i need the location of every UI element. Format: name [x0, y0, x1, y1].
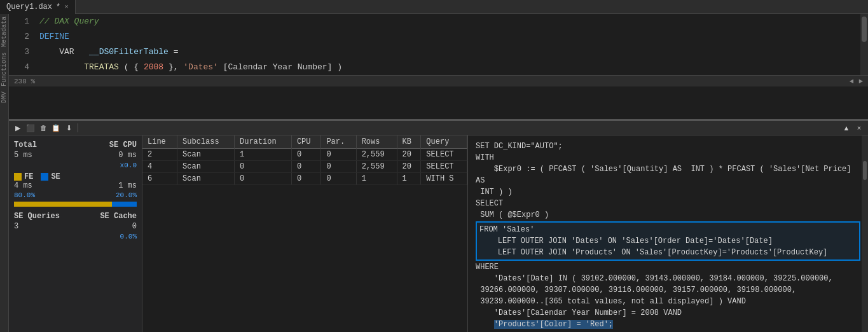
- query-part2: WHERE 'Dates'[Date] IN ( 39102.000000, 3…: [476, 263, 833, 329]
- query-last-selected: 'Products'[Color] = 'Red';: [494, 320, 613, 329]
- cell-rows: 2,559: [356, 161, 397, 173]
- token-plain-3a: VAR: [39, 47, 84, 57]
- tab-query1[interactable]: Query1.dax * ×: [0, 0, 76, 14]
- panel-content: Total SE CPU 5 ms 0 ms x0.0 FE: [9, 135, 868, 332]
- cell-kb: 20: [397, 149, 421, 161]
- stats-header-row: Total SE CPU: [14, 141, 137, 149]
- code-editor[interactable]: 1 // DAX Query 2 DEFINE 3: [9, 14, 868, 75]
- sidebar-item-functions[interactable]: Functions: [0, 50, 8, 89]
- col-header-kb[interactable]: KB: [397, 135, 421, 149]
- tab-bar: Query1.dax * ×: [0, 0, 868, 14]
- code-content-4: TREATAS ( { 2008 }, 'Dates' [Calendar Ye…: [39, 60, 855, 75]
- cell-kb: 20: [397, 161, 421, 173]
- scroll-left-arrow[interactable]: ◄: [850, 78, 854, 85]
- se-cpu-label: SE CPU: [109, 141, 137, 149]
- token-function-4: TREATAS: [84, 62, 119, 72]
- cell-par: 0: [321, 149, 356, 161]
- fe-pct: 80.0%: [14, 191, 35, 199]
- se-value: 1 ms: [118, 181, 137, 190]
- toolbar-stop-button[interactable]: ⬛: [25, 123, 36, 133]
- cell-query: SELECT: [421, 161, 467, 173]
- query-part1: SET DC_KIND="AUTO"; WITH $Expr0 := ( PFC…: [476, 142, 856, 219]
- sidebar-item-metadata[interactable]: Metadata: [0, 14, 8, 50]
- toolbar-run-button[interactable]: ▶: [13, 123, 23, 133]
- editor-scrollbar-thumb: [862, 17, 867, 42]
- line-number-2: 2: [14, 29, 29, 45]
- fe-se-pct-row: 80.0% 20.0%: [14, 191, 137, 199]
- cell-subclass: Scan: [177, 161, 235, 173]
- fe-block: FE: [14, 172, 33, 181]
- cell-cpu: 0: [291, 149, 321, 161]
- cell-query: SELECT: [421, 149, 467, 161]
- total-label: Total: [14, 141, 37, 149]
- code-line-4: 4 TREATAS ( { 2008 }, 'Dates' [Calendar …: [9, 60, 860, 75]
- se-cpu-link-row: x0.0: [14, 161, 137, 170]
- cell-kb: 1: [397, 173, 421, 185]
- stats-sidebar: Total SE CPU 5 ms 0 ms x0.0 FE: [9, 135, 142, 332]
- col-header-duration[interactable]: Duration: [235, 135, 292, 149]
- content-area: 1 // DAX Query 2 DEFINE 3: [9, 14, 868, 332]
- panel-toolbar: ▶ ⬛ 🗑 📋 ⬇ ▲ ×: [9, 120, 868, 135]
- tab-close-button[interactable]: ×: [64, 3, 69, 11]
- cell-par: 0: [321, 161, 356, 173]
- fe-label: FE: [24, 172, 33, 181]
- token-plain-3b: =: [174, 47, 179, 57]
- cell-rows: 2,559: [356, 149, 397, 161]
- scroll-right-arrow[interactable]: ►: [858, 78, 863, 85]
- col-header-par[interactable]: Par.: [321, 135, 356, 149]
- toolbar-export-button[interactable]: ⬇: [64, 123, 74, 133]
- col-header-subclass[interactable]: Subclass: [177, 135, 235, 149]
- token-plain-4b: ( {: [124, 62, 144, 72]
- query-scrollbar-thumb: [863, 161, 867, 180]
- cell-cpu: 0: [291, 173, 321, 185]
- toolbar-collapse-button[interactable]: ▲: [841, 123, 851, 133]
- cell-subclass: Scan: [177, 173, 235, 185]
- se-queries-header-row: SE Queries SE Cache: [14, 212, 137, 221]
- line-number-1: 1: [14, 14, 29, 29]
- toolbar-close-panel-button[interactable]: ×: [854, 123, 864, 133]
- cell-duration: 1: [235, 149, 292, 161]
- se-queries-values-row: 3 0: [14, 222, 137, 231]
- col-header-query[interactable]: Query: [421, 135, 467, 149]
- code-line-1: 1 // DAX Query: [9, 14, 860, 29]
- se-cpu-value: 0 ms: [118, 151, 137, 160]
- cell-line: 2: [142, 149, 177, 161]
- token-varname-3: __DS0FilterTable: [89, 47, 169, 57]
- query-text-content: SET DC_KIND="AUTO"; WITH $Expr0 := ( PFC…: [476, 141, 860, 330]
- col-header-line[interactable]: Line: [142, 135, 177, 149]
- code-content-3: VAR __DS0FilterTable =: [39, 45, 855, 60]
- query-scrollbar[interactable]: [862, 135, 868, 332]
- se-cache-pct: 0.0%: [120, 233, 137, 240]
- main-layout: Metadata Functions DMV 1 // DAX Query: [0, 14, 868, 332]
- editor-scrollbar[interactable]: [860, 14, 868, 75]
- tab-label: Query1.dax: [6, 3, 52, 11]
- editor-area: 1 // DAX Query 2 DEFINE 3: [9, 14, 868, 119]
- cell-query: WITH S: [421, 173, 467, 185]
- token-plain-4a: [39, 62, 79, 72]
- sidebar-item-dmv[interactable]: DMV: [0, 89, 8, 106]
- se-color-dot: [41, 173, 48, 181]
- se-cache-label: SE Cache: [100, 212, 137, 221]
- code-content-2: DEFINE: [39, 29, 855, 45]
- toolbar-separator: [78, 123, 78, 132]
- table-row[interactable]: 4 Scan 0 0 0 2,559 20 SELECT: [142, 161, 467, 173]
- col-header-rows[interactable]: Rows: [356, 135, 397, 149]
- se-cpu-link[interactable]: x0.0: [120, 162, 137, 169]
- toolbar-copy-button[interactable]: 📋: [51, 123, 61, 133]
- table-row[interactable]: 2 Scan 1 0 0 2,559 20 SELECT: [142, 149, 467, 161]
- col-header-cpu[interactable]: CPU: [291, 135, 321, 149]
- fe-value: 4 ms: [14, 181, 32, 190]
- query-text-panel[interactable]: SET DC_KIND="AUTO"; WITH $Expr0 := ( PFC…: [467, 135, 868, 332]
- data-table-area[interactable]: Line Subclass Duration CPU Par. Rows KB …: [142, 135, 467, 332]
- se-pct: 20.0%: [116, 191, 137, 199]
- progress-se-bar: [112, 202, 137, 207]
- cell-subclass: Scan: [177, 149, 235, 161]
- cell-cpu: 0: [291, 161, 321, 173]
- toolbar-clear-button[interactable]: 🗑: [38, 123, 48, 133]
- results-table: Line Subclass Duration CPU Par. Rows KB …: [142, 135, 467, 185]
- token-string-4: 'Dates': [183, 62, 218, 72]
- stats-values-row: 5 ms 0 ms: [14, 151, 137, 160]
- token-number-4: 2008: [144, 62, 163, 72]
- line-col-indicator: 238 %: [14, 78, 35, 85]
- table-row[interactable]: 6 Scan 0 0 0 1 1 WITH S: [142, 173, 467, 185]
